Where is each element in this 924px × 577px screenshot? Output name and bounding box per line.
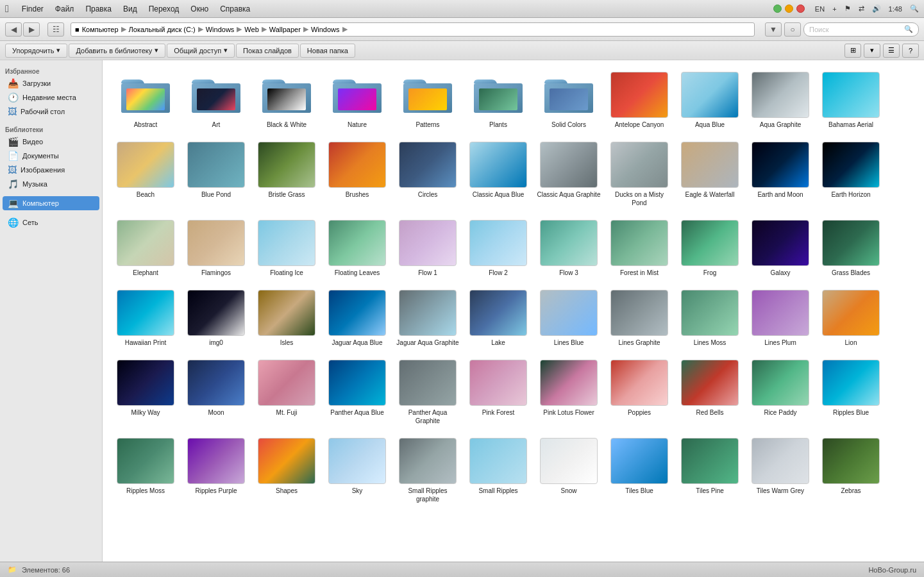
file-item-eagle[interactable]: Eagle & Waterfall: [675, 138, 745, 211]
minimize-button[interactable]: [785, 4, 793, 13]
file-item-milkyway[interactable]: Milky Way: [110, 356, 181, 429]
file-item-flow2[interactable]: Flow 2: [463, 216, 533, 281]
dropdown-button[interactable]: ▼: [765, 22, 782, 37]
file-item-brushes[interactable]: Brushes: [322, 138, 392, 211]
file-item-jaguaraqua[interactable]: Jaguar Aqua Blue: [322, 286, 392, 351]
new-folder-button[interactable]: Новая папка: [300, 44, 355, 58]
file-item-linesplum[interactable]: Lines Plum: [745, 286, 816, 351]
forward-button[interactable]: ▶: [23, 22, 40, 37]
close-button[interactable]: [796, 4, 805, 13]
file-item-jaguaraquag[interactable]: Jaguar Aqua Graphite: [392, 286, 463, 351]
share-button[interactable]: Общий доступ ▾: [167, 44, 235, 58]
file-item-linesblue[interactable]: Lines Blue: [533, 286, 604, 351]
file-item-linesgraphite[interactable]: Lines Graphite: [604, 286, 675, 351]
search-icon[interactable]: 🔍: [910, 4, 919, 13]
menu-window[interactable]: Окно: [190, 4, 208, 13]
file-item-solid[interactable]: Solid Colors: [533, 68, 604, 133]
file-item-pinkforest[interactable]: Pink Forest: [463, 356, 533, 429]
file-item-aquagraphite[interactable]: Aqua Graphite: [745, 68, 816, 133]
file-item-earthmoon[interactable]: Earth and Moon: [745, 138, 816, 211]
file-item-floatingice[interactable]: Floating Ice: [251, 216, 322, 281]
file-item-tilespine[interactable]: Tiles Pine: [675, 434, 745, 507]
sidebar-item-docs[interactable]: 📄 Документы: [3, 149, 99, 163]
file-item-frog[interactable]: Frog: [675, 216, 745, 281]
sidebar-item-desktop[interactable]: 🖼 Рабочий стол: [3, 105, 99, 119]
file-item-shapes[interactable]: Shapes: [251, 434, 322, 507]
search-box[interactable]: Поиск 🔍: [803, 22, 919, 37]
file-item-bahamas[interactable]: Bahamas Aerial: [816, 68, 886, 133]
file-item-bluepond[interactable]: Blue Pond: [181, 138, 251, 211]
folder-view-button[interactable]: ☷: [47, 22, 64, 37]
organize-button[interactable]: Упорядочить ▾: [5, 44, 67, 58]
file-item-ricepaddy[interactable]: Rice Paddy: [745, 356, 816, 429]
file-item-earthhorizon[interactable]: Earth Horizon: [816, 138, 886, 211]
help-button[interactable]: ?: [902, 44, 919, 58]
file-item-pantheraqua[interactable]: Panther Aqua Blue: [322, 356, 392, 429]
menu-go[interactable]: Переход: [149, 4, 180, 13]
file-item-bw[interactable]: Black & White: [251, 68, 322, 133]
file-item-beach[interactable]: Beach: [110, 138, 181, 211]
file-item-flow1[interactable]: Flow 1: [392, 216, 463, 281]
address-bar[interactable]: ■ Компьютер ▶ Локальный диск (C:) ▶ Wind…: [71, 22, 755, 37]
file-item-galaxy[interactable]: Galaxy: [745, 216, 816, 281]
file-item-classicaqua[interactable]: Classic Aqua Blue: [463, 138, 533, 211]
file-item-smallripple[interactable]: Small Ripples: [463, 434, 533, 507]
sidebar-item-recent[interactable]: 🕐 Недавние места: [3, 90, 99, 105]
file-item-moon[interactable]: Moon: [181, 356, 251, 429]
file-item-ducks[interactable]: Ducks on a Misty Pond: [604, 138, 675, 211]
file-item-bristle[interactable]: Bristle Grass: [251, 138, 322, 211]
file-item-poppies[interactable]: Poppies: [604, 356, 675, 429]
file-item-art[interactable]: Art: [181, 68, 251, 133]
file-item-lion[interactable]: Lion: [816, 286, 886, 351]
sidebar-item-video[interactable]: 🎬 Видео: [3, 135, 99, 149]
file-item-pinklotus[interactable]: Pink Lotus Flower: [533, 356, 604, 429]
apple-menu[interactable]: : [5, 3, 9, 15]
menu-edit[interactable]: Правка: [85, 4, 112, 13]
file-item-linesmoss[interactable]: Lines Moss: [675, 286, 745, 351]
sidebar-item-music[interactable]: 🎵 Музыка: [3, 177, 99, 191]
menu-help[interactable]: Справка: [220, 4, 250, 13]
file-item-tilesblue[interactable]: Tiles Blue: [604, 434, 675, 507]
large-icons-button[interactable]: ⊞: [844, 44, 861, 58]
file-item-sky[interactable]: Sky: [322, 434, 392, 507]
file-item-smallrippleg[interactable]: Small Ripples graphite: [392, 434, 463, 507]
view-options-button[interactable]: ▾: [864, 44, 880, 58]
sidebar-item-computer[interactable]: 💻 Компьютер: [3, 196, 99, 210]
menu-file[interactable]: Файл: [55, 4, 74, 13]
file-item-classicaquag[interactable]: Classic Aqua Graphite: [533, 138, 604, 211]
file-item-flow3[interactable]: Flow 3: [533, 216, 604, 281]
file-item-forestmist[interactable]: Forest in Mist: [604, 216, 675, 281]
file-item-grassblades[interactable]: Grass Blades: [816, 216, 886, 281]
file-item-circles[interactable]: Circles: [392, 138, 463, 211]
maximize-button[interactable]: [773, 4, 782, 13]
file-item-patterns[interactable]: Patterns: [392, 68, 463, 133]
file-item-pantheraquag[interactable]: Panther Aqua Graphite: [392, 356, 463, 429]
file-item-snow[interactable]: Snow: [533, 434, 604, 507]
file-item-mtfuji[interactable]: Mt. Fuji: [251, 356, 322, 429]
file-item-antelope[interactable]: Antelope Canyon: [604, 68, 675, 133]
file-item-zebras[interactable]: Zebras: [816, 434, 886, 507]
file-item-abstract[interactable]: Abstract: [110, 68, 181, 133]
file-item-floatingleaves[interactable]: Floating Leaves: [322, 216, 392, 281]
sidebar-item-images[interactable]: 🖼 Изображения: [3, 163, 99, 177]
file-item-ripplespurple[interactable]: Ripples Purple: [181, 434, 251, 507]
file-item-redbells[interactable]: Red Bells: [675, 356, 745, 429]
file-item-plants[interactable]: Plants: [463, 68, 533, 133]
menu-view[interactable]: Вид: [123, 4, 137, 13]
file-item-hawaiian[interactable]: Hawaiian Print: [110, 286, 181, 351]
file-item-ripplesblue[interactable]: Ripples Blue: [816, 356, 886, 429]
add-library-button[interactable]: Добавить в библиотеку ▾: [69, 44, 165, 58]
menu-finder[interactable]: Finder: [22, 4, 44, 13]
file-item-nature[interactable]: Nature: [322, 68, 392, 133]
refresh-button[interactable]: ○: [784, 22, 801, 37]
sidebar-item-downloads[interactable]: 📥 Загрузки: [3, 76, 99, 90]
file-item-aquablue[interactable]: Aqua Blue: [675, 68, 745, 133]
slideshow-button[interactable]: Показ слайдов: [236, 44, 299, 58]
file-item-elephant[interactable]: Elephant: [110, 216, 181, 281]
sidebar-item-network[interactable]: 🌐 Сеть: [3, 215, 99, 230]
file-item-flamingos[interactable]: Flamingos: [181, 216, 251, 281]
details-view-button[interactable]: ☰: [883, 44, 900, 58]
file-item-ripplesmoss[interactable]: Ripples Moss: [110, 434, 181, 507]
file-item-lake[interactable]: Lake: [463, 286, 533, 351]
file-item-isles[interactable]: Isles: [251, 286, 322, 351]
